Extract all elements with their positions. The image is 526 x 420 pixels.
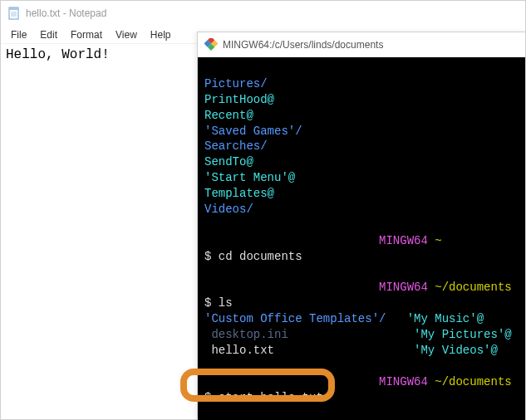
terminal-title: MINGW64:/c/Users/linds/documents [223, 39, 383, 51]
ls-row: desktop.ini 'My Pictures'@ [204, 328, 512, 341]
ls-row: hello.txt 'My Videos'@ [204, 344, 498, 357]
notepad-text: Hello, World! [6, 47, 110, 62]
cmd-cd: $ cd documents [204, 250, 302, 263]
ls-item: 'Start Menu'@ [204, 171, 295, 184]
terminal-titlebar[interactable]: MINGW64:/c/Users/linds/documents [198, 32, 525, 57]
ls-item: Videos/ [204, 203, 253, 216]
menu-edit[interactable]: Edit [33, 27, 64, 42]
notepad-titlebar[interactable]: hello.txt - Notepad [1, 1, 525, 26]
menu-help[interactable]: Help [144, 27, 178, 42]
svg-rect-1 [9, 7, 18, 10]
ls-item: Recent@ [204, 109, 253, 122]
menu-format[interactable]: Format [64, 27, 109, 42]
terminal-output[interactable]: Pictures/ PrintHood@ Recent@ 'Saved Game… [198, 57, 525, 420]
ls-item: Searches/ [204, 139, 268, 153]
notepad-icon [7, 7, 21, 20]
menu-file[interactable]: File [4, 27, 33, 42]
prompt-line: MINGW64 ~/documents [204, 281, 512, 294]
mingw-icon [204, 38, 218, 51]
cmd-start: $ start hello.txt [204, 391, 323, 404]
prompt-line: MINGW64 ~/documents [204, 375, 512, 388]
ls-item: SendTo@ [204, 155, 253, 168]
ls-item: Templates@ [204, 187, 274, 200]
ls-item: PrintHood@ [204, 93, 274, 106]
notepad-title: hello.txt - Notepad [26, 7, 106, 19]
ls-item: Pictures/ [204, 77, 268, 90]
ls-item: 'Saved Games'/ [204, 125, 302, 138]
cmd-ls: $ ls [204, 296, 233, 310]
ls-row: 'Custom Office Templates'/ 'My Music'@ [204, 312, 484, 325]
prompt-line: MINGW64 ~ [204, 234, 442, 247]
terminal-window: MINGW64:/c/Users/linds/documents Picture… [197, 32, 526, 420]
menu-view[interactable]: View [109, 27, 144, 42]
